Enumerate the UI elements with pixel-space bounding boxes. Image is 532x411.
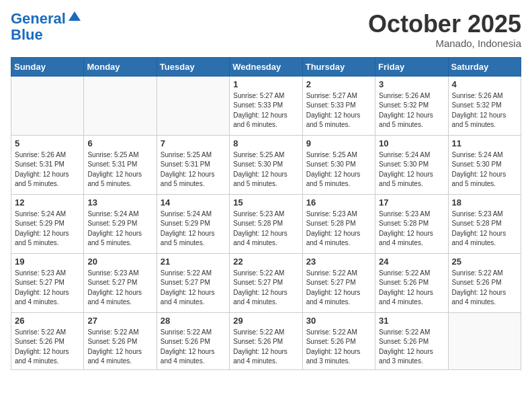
day-number: 16: [306, 197, 371, 208]
calendar-empty-cell: [84, 76, 157, 135]
weekday-header-wednesday: Wednesday: [230, 57, 302, 76]
calendar-table: SundayMondayTuesdayWednesdayThursdayFrid…: [11, 57, 521, 370]
day-number: 4: [452, 79, 517, 89]
calendar-day-1: 1Sunrise: 5:27 AM Sunset: 5:33 PM Daylig…: [230, 76, 302, 135]
day-number: 21: [161, 257, 226, 267]
day-info: Sunrise: 5:22 AM Sunset: 5:26 PM Dayligh…: [379, 328, 444, 367]
calendar-day-22: 22Sunrise: 5:22 AM Sunset: 5:27 PM Dayli…: [230, 253, 302, 312]
day-number: 19: [15, 257, 80, 267]
day-number: 22: [233, 257, 298, 267]
day-info: Sunrise: 5:26 AM Sunset: 5:31 PM Dayligh…: [15, 150, 80, 189]
day-info: Sunrise: 5:23 AM Sunset: 5:27 PM Dayligh…: [87, 269, 152, 308]
calendar-day-24: 24Sunrise: 5:22 AM Sunset: 5:26 PM Dayli…: [375, 253, 448, 312]
calendar-day-28: 28Sunrise: 5:22 AM Sunset: 5:26 PM Dayli…: [157, 312, 229, 369]
day-info: Sunrise: 5:26 AM Sunset: 5:32 PM Dayligh…: [379, 91, 444, 130]
calendar-day-15: 15Sunrise: 5:23 AM Sunset: 5:28 PM Dayli…: [230, 194, 302, 253]
day-info: Sunrise: 5:22 AM Sunset: 5:27 PM Dayligh…: [306, 269, 371, 308]
calendar-day-13: 13Sunrise: 5:24 AM Sunset: 5:29 PM Dayli…: [84, 194, 157, 253]
location: Manado, Indonesia: [368, 38, 521, 49]
weekday-header-thursday: Thursday: [302, 57, 375, 76]
day-info: Sunrise: 5:22 AM Sunset: 5:27 PM Dayligh…: [161, 269, 226, 308]
day-number: 24: [379, 257, 444, 267]
day-number: 7: [161, 138, 226, 148]
logo-blue: Blue: [11, 27, 82, 43]
day-number: 6: [87, 138, 152, 148]
day-info: Sunrise: 5:24 AM Sunset: 5:29 PM Dayligh…: [161, 210, 226, 248]
calendar-day-8: 8Sunrise: 5:25 AM Sunset: 5:30 PM Daylig…: [230, 135, 302, 194]
day-info: Sunrise: 5:22 AM Sunset: 5:26 PM Dayligh…: [452, 269, 517, 308]
calendar-day-29: 29Sunrise: 5:22 AM Sunset: 5:26 PM Dayli…: [230, 312, 302, 369]
day-number: 17: [379, 197, 444, 208]
day-info: Sunrise: 5:22 AM Sunset: 5:26 PM Dayligh…: [161, 328, 226, 367]
day-info: Sunrise: 5:26 AM Sunset: 5:32 PM Dayligh…: [452, 91, 517, 130]
day-number: 27: [87, 316, 152, 326]
calendar-day-26: 26Sunrise: 5:22 AM Sunset: 5:26 PM Dayli…: [11, 312, 84, 369]
calendar-day-7: 7Sunrise: 5:25 AM Sunset: 5:31 PM Daylig…: [157, 135, 229, 194]
day-info: Sunrise: 5:22 AM Sunset: 5:27 PM Dayligh…: [233, 269, 298, 308]
day-info: Sunrise: 5:25 AM Sunset: 5:31 PM Dayligh…: [161, 150, 226, 189]
calendar-day-3: 3Sunrise: 5:26 AM Sunset: 5:32 PM Daylig…: [375, 76, 448, 135]
calendar-day-20: 20Sunrise: 5:23 AM Sunset: 5:27 PM Dayli…: [84, 253, 157, 312]
calendar-day-11: 11Sunrise: 5:24 AM Sunset: 5:30 PM Dayli…: [448, 135, 521, 194]
day-info: Sunrise: 5:25 AM Sunset: 5:30 PM Dayligh…: [233, 150, 298, 189]
day-info: Sunrise: 5:23 AM Sunset: 5:27 PM Dayligh…: [15, 269, 80, 308]
day-info: Sunrise: 5:22 AM Sunset: 5:26 PM Dayligh…: [233, 328, 298, 367]
day-number: 30: [306, 316, 371, 326]
calendar-empty-cell: [11, 76, 84, 135]
day-number: 8: [233, 138, 298, 148]
day-info: Sunrise: 5:25 AM Sunset: 5:31 PM Dayligh…: [87, 150, 152, 189]
day-number: 15: [233, 197, 298, 208]
logo: General Blue: [11, 11, 82, 43]
calendar-day-10: 10Sunrise: 5:24 AM Sunset: 5:30 PM Dayli…: [375, 135, 448, 194]
calendar-day-16: 16Sunrise: 5:23 AM Sunset: 5:28 PM Dayli…: [302, 194, 375, 253]
day-number: 29: [233, 316, 298, 326]
day-info: Sunrise: 5:22 AM Sunset: 5:26 PM Dayligh…: [87, 328, 152, 367]
calendar-day-5: 5Sunrise: 5:26 AM Sunset: 5:31 PM Daylig…: [11, 135, 84, 194]
day-number: 12: [15, 197, 80, 208]
day-info: Sunrise: 5:23 AM Sunset: 5:28 PM Dayligh…: [452, 210, 517, 248]
day-info: Sunrise: 5:23 AM Sunset: 5:28 PM Dayligh…: [233, 210, 298, 248]
calendar-day-31: 31Sunrise: 5:22 AM Sunset: 5:26 PM Dayli…: [375, 312, 448, 369]
calendar-week-row: 5Sunrise: 5:26 AM Sunset: 5:31 PM Daylig…: [11, 135, 521, 194]
logo-general: General: [11, 11, 66, 27]
calendar-day-2: 2Sunrise: 5:27 AM Sunset: 5:33 PM Daylig…: [302, 76, 375, 135]
day-number: 25: [452, 257, 517, 267]
calendar-day-19: 19Sunrise: 5:23 AM Sunset: 5:27 PM Dayli…: [11, 253, 84, 312]
calendar-day-12: 12Sunrise: 5:24 AM Sunset: 5:29 PM Dayli…: [11, 194, 84, 253]
calendar-week-row: 1Sunrise: 5:27 AM Sunset: 5:33 PM Daylig…: [11, 76, 521, 135]
day-info: Sunrise: 5:27 AM Sunset: 5:33 PM Dayligh…: [233, 91, 298, 130]
calendar-day-4: 4Sunrise: 5:26 AM Sunset: 5:32 PM Daylig…: [448, 76, 521, 135]
day-info: Sunrise: 5:23 AM Sunset: 5:28 PM Dayligh…: [379, 210, 444, 248]
day-number: 10: [379, 138, 444, 148]
calendar-day-14: 14Sunrise: 5:24 AM Sunset: 5:29 PM Dayli…: [157, 194, 229, 253]
calendar-day-30: 30Sunrise: 5:22 AM Sunset: 5:26 PM Dayli…: [302, 312, 375, 369]
weekday-header-friday: Friday: [375, 57, 448, 76]
day-info: Sunrise: 5:24 AM Sunset: 5:30 PM Dayligh…: [379, 150, 444, 189]
calendar-header-row: SundayMondayTuesdayWednesdayThursdayFrid…: [11, 57, 521, 76]
day-number: 9: [306, 138, 371, 148]
day-number: 13: [87, 197, 152, 208]
calendar-day-27: 27Sunrise: 5:22 AM Sunset: 5:26 PM Dayli…: [84, 312, 157, 369]
day-number: 26: [15, 316, 80, 326]
calendar-day-21: 21Sunrise: 5:22 AM Sunset: 5:27 PM Dayli…: [157, 253, 229, 312]
day-info: Sunrise: 5:24 AM Sunset: 5:29 PM Dayligh…: [15, 210, 80, 248]
day-number: 18: [452, 197, 517, 208]
day-info: Sunrise: 5:22 AM Sunset: 5:26 PM Dayligh…: [15, 328, 80, 367]
title-block: October 2025 Manado, Indonesia: [368, 11, 521, 49]
day-number: 23: [306, 257, 371, 267]
day-info: Sunrise: 5:25 AM Sunset: 5:30 PM Dayligh…: [306, 150, 371, 189]
day-number: 5: [15, 138, 80, 148]
calendar-day-18: 18Sunrise: 5:23 AM Sunset: 5:28 PM Dayli…: [448, 194, 521, 253]
day-number: 3: [379, 79, 444, 89]
calendar-day-25: 25Sunrise: 5:22 AM Sunset: 5:26 PM Dayli…: [448, 253, 521, 312]
day-number: 20: [87, 257, 152, 267]
day-number: 1: [233, 79, 298, 89]
calendar-day-23: 23Sunrise: 5:22 AM Sunset: 5:27 PM Dayli…: [302, 253, 375, 312]
calendar-empty-cell: [157, 76, 229, 135]
weekday-header-sunday: Sunday: [11, 57, 84, 76]
day-info: Sunrise: 5:24 AM Sunset: 5:30 PM Dayligh…: [452, 150, 517, 189]
day-info: Sunrise: 5:22 AM Sunset: 5:26 PM Dayligh…: [306, 328, 371, 367]
day-info: Sunrise: 5:24 AM Sunset: 5:29 PM Dayligh…: [87, 210, 152, 248]
calendar-day-6: 6Sunrise: 5:25 AM Sunset: 5:31 PM Daylig…: [84, 135, 157, 194]
day-number: 11: [452, 138, 517, 148]
